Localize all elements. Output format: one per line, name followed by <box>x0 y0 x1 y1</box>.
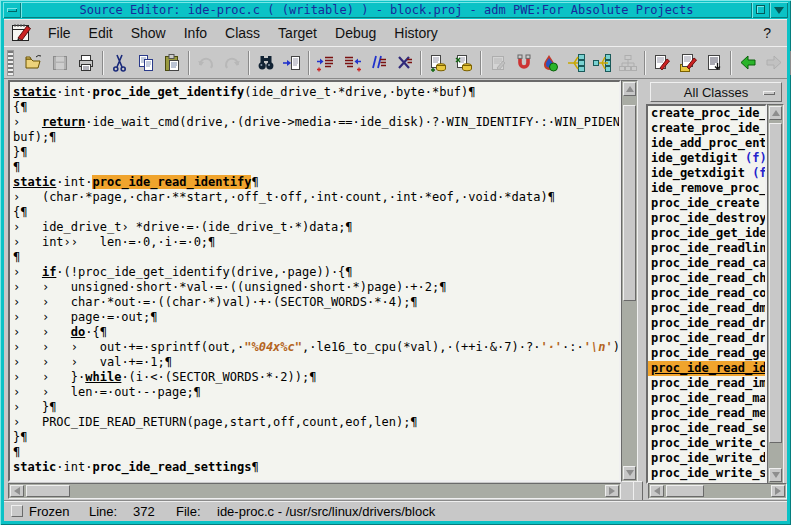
comment-button[interactable] <box>365 50 391 76</box>
window-menu-button[interactable] <box>3 2 21 18</box>
list-item[interactable]: proc_ide_write_config <box>648 436 765 451</box>
list-item[interactable]: proc_ide_read_identify <box>648 361 765 376</box>
maximize-icon <box>756 5 765 14</box>
pane-splitter-handle[interactable] <box>633 481 643 501</box>
menu-edit[interactable]: Edit <box>80 22 122 44</box>
tree-expand-icon <box>592 53 612 73</box>
list-item[interactable]: proc_ide_write_driver <box>648 451 765 466</box>
scroll-left-button[interactable] <box>10 485 24 497</box>
frozen-checkbox[interactable] <box>11 505 23 517</box>
cut-button[interactable] <box>107 50 133 76</box>
menu-class[interactable]: Class <box>216 22 269 44</box>
menu-file[interactable]: File <box>39 22 80 44</box>
window-options-button[interactable] <box>770 2 788 18</box>
editor-vscroll-thumb[interactable] <box>623 105 636 301</box>
list-item[interactable]: create_proc_ide_drives <box>648 106 765 121</box>
magnet-icon <box>514 53 534 73</box>
list-item[interactable]: proc_ide_readlink <box>648 241 765 256</box>
find-button[interactable] <box>253 50 279 76</box>
menu-target[interactable]: Target <box>269 22 326 44</box>
triangle-left-icon <box>650 487 660 495</box>
menu-debug[interactable]: Debug <box>326 22 385 44</box>
copy-button[interactable] <box>133 50 159 76</box>
scroll-down-button[interactable] <box>623 466 636 480</box>
list-item[interactable]: proc_ide_read_settings <box>648 421 765 436</box>
menu-history[interactable]: History <box>385 22 447 44</box>
toolbar-grip[interactable] <box>7 50 14 76</box>
highlight-button[interactable] <box>537 50 563 76</box>
add-file-plus-button[interactable] <box>451 50 477 76</box>
open-button[interactable] <box>21 50 47 76</box>
maximize-button[interactable] <box>752 2 770 18</box>
code-editor[interactable]: static·int·proc_ide_get_identify(ide_dri… <box>8 80 621 482</box>
add-file-button[interactable] <box>425 50 451 76</box>
titlebar-title-area[interactable]: Source Editor: ide-proc.c ( (writable) )… <box>21 2 752 18</box>
tree-collapse-button[interactable] <box>563 50 589 76</box>
list-item[interactable]: proc_ide_destroy <box>648 211 765 226</box>
list-item[interactable]: proc_ide_read_capacity <box>648 256 765 271</box>
editor-hscroll-thumb[interactable] <box>26 485 70 497</box>
list-horizontal-scrollbar[interactable] <box>648 483 787 499</box>
list-item[interactable]: proc_ide_read_config <box>648 286 765 301</box>
list-item[interactable]: proc_ide_read_drives <box>648 331 765 346</box>
scroll-right-button[interactable] <box>605 485 619 497</box>
list-vertical-scrollbar[interactable] <box>767 104 784 484</box>
editor-vertical-scrollbar[interactable] <box>621 80 638 482</box>
code-line: › › › val·+=·1;¶ <box>13 355 621 370</box>
magnet-button[interactable] <box>511 50 537 76</box>
undo-button <box>193 50 219 76</box>
list-item[interactable]: proc_ide_read_driver <box>648 316 765 331</box>
list-item[interactable]: proc_ide_get_identify <box>648 226 765 241</box>
scroll-left-button[interactable] <box>650 485 664 497</box>
code-line: › › char·*out·=·((char·*)val)·+·(SECTOR_… <box>13 295 621 310</box>
list-item[interactable]: proc_ide_write_settings <box>648 466 765 481</box>
menu-show[interactable]: Show <box>122 22 175 44</box>
menu-info[interactable]: Info <box>175 22 216 44</box>
option-menu-icon <box>763 91 775 95</box>
source-editor-window: Source Editor: ide-proc.c ( (writable) )… <box>0 0 791 525</box>
list-item[interactable]: proc_ide_read_dmesg <box>648 301 765 316</box>
list-item[interactable]: ide_getxdigit (f) <box>648 166 765 181</box>
list-item[interactable]: proc_ide_read_media <box>648 406 765 421</box>
scroll-up-button[interactable] <box>623 82 636 96</box>
list-item[interactable]: proc_ide_create <box>648 196 765 211</box>
uncomment-button[interactable] <box>391 50 417 76</box>
list-item[interactable]: ide_add_proc_entries <box>648 136 765 151</box>
edit-implementation-button[interactable] <box>675 50 701 76</box>
list-item[interactable]: proc_ide_read_channel <box>648 271 765 286</box>
toolbar-separator <box>644 51 646 75</box>
list-vscroll-thumb[interactable] <box>769 123 782 443</box>
list-item[interactable]: proc_ide_read_mate <box>648 391 765 406</box>
find-icon <box>256 53 276 73</box>
menu-help[interactable]: ? <box>747 22 787 44</box>
doc-log-button[interactable] <box>701 50 727 76</box>
scroll-up-button[interactable] <box>769 106 782 120</box>
print-button[interactable] <box>73 50 99 76</box>
list-item[interactable]: proc_ide_read_geometry <box>648 346 765 361</box>
print-icon <box>76 53 96 73</box>
hierarchy-icon <box>618 53 638 73</box>
editor-horizontal-scrollbar[interactable] <box>8 483 621 499</box>
shift-right-button[interactable] <box>313 50 339 76</box>
edit-declaration-button[interactable] <box>649 50 675 76</box>
shift-left-button[interactable] <box>339 50 365 76</box>
tree-expand-button[interactable] <box>589 50 615 76</box>
list-item[interactable]: proc_ide_read_imodel <box>648 376 765 391</box>
list-hscroll-thumb[interactable] <box>666 485 704 497</box>
class-list[interactable]: create_proc_ide_drivescreate_proc_ide_in… <box>646 104 767 484</box>
paste-button[interactable] <box>159 50 185 76</box>
undo-icon <box>196 53 216 73</box>
list-item[interactable]: ide_getdigit (f) <box>648 151 765 166</box>
list-item[interactable]: ide_remove_proc_entries <box>648 181 765 196</box>
scroll-right-button[interactable] <box>771 485 785 497</box>
toolbar-separator <box>420 51 422 75</box>
list-item[interactable]: create_proc_ide_interfaces <box>648 121 765 136</box>
highlight-icon <box>540 53 560 73</box>
titlebar: Source Editor: ide-proc.c ( (writable) )… <box>3 2 788 18</box>
find-next-button[interactable] <box>279 50 305 76</box>
scroll-down-button[interactable] <box>769 468 782 482</box>
open-icon <box>24 53 44 73</box>
class-filter-dropdown[interactable]: All Classes <box>650 82 782 102</box>
back-button[interactable] <box>735 50 761 76</box>
toolbar-separator <box>308 51 310 75</box>
